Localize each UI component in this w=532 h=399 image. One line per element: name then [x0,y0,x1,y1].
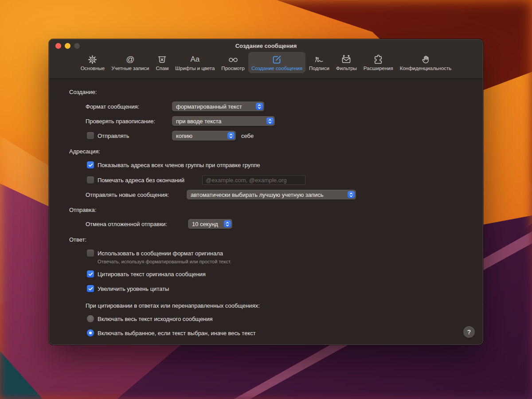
send-new-label: Отправлять новые сообщения: [86,192,169,198]
spellcheck-select[interactable]: при вводе текста [172,116,275,126]
include-selected-row: Включать выбранное, если текст выбран, и… [49,328,483,338]
use-format-note: Отвечать, используя форматированный или … [98,259,231,264]
junk-bin-icon [156,54,168,65]
tab-signatures[interactable]: Подписи [306,52,332,73]
show-group-checkbox[interactable] [87,161,94,168]
quoting-header-row: При цитировании в ответах или перенаправ… [49,301,483,310]
tab-label: Просмотр [221,66,245,71]
section-row: Создание: [49,87,483,97]
send-copy-select[interactable]: копию [172,131,236,141]
format-label: Формат сообщения: [86,103,139,110]
chevron-updown-icon [266,117,274,125]
tab-rules[interactable]: Фильтры [333,52,360,73]
mark-addresses-row: Помечать адреса без окончаний [49,175,483,185]
section-row: Ответ: [49,235,483,244]
quote-level-label: Увеличить уровень цитаты [98,286,169,292]
settings-toolbar: Основные @ Учетные записи Спам Aa Шрифты… [49,51,483,78]
popup-value: 10 секунд [192,221,221,227]
quote-level-checkbox[interactable] [87,285,94,292]
tab-viewing[interactable]: Просмотр [218,52,248,73]
puzzle-icon [372,54,384,65]
popup-value: форматированный текст [176,103,253,110]
undo-send-label: Отмена отложенной отправки: [86,221,167,227]
tab-label: Конфиденциальность [400,66,452,71]
spellcheck-row: Проверять правописание: при вводе текста [49,116,483,126]
chevron-updown-icon [227,132,235,139]
use-format-note-row: Отвечать, используя форматированный или … [49,259,483,266]
fonts-icon: Aa [190,54,200,65]
mark-addresses-input[interactable] [202,175,305,185]
use-format-label: Использовать в сообщении формат оригинал… [98,250,223,257]
include-full-row: Включать весь текст исходного сообщения [49,314,483,324]
mark-addresses-checkbox[interactable] [87,176,94,184]
send-copy-checkbox[interactable] [87,132,94,139]
section-row: Адресация: [49,146,483,156]
tab-label: Расширения [364,66,393,71]
tab-label: Создание сообщения [251,66,302,71]
send-new-select[interactable]: автоматически выбирать лучшую учетную за… [187,190,356,200]
settings-pane-composing: Создание: Формат сообщения: форматирован… [49,79,483,344]
window-title: Создание сообщения [49,39,483,52]
send-copy-suffix: себе [241,133,254,139]
mail-settings-window: Создание сообщения Основные [49,39,483,345]
at-icon: @ [126,54,134,65]
help-button[interactable]: ? [463,326,475,338]
chevron-updown-icon [256,103,263,110]
spellcheck-label: Проверять правописание: [86,118,155,125]
tab-composing[interactable]: Создание сообщения [248,52,305,73]
mark-addresses-label: Помечать адреса без окончаний [98,177,184,184]
tab-junk[interactable]: Спам [153,52,172,73]
hand-icon [420,54,431,65]
section-header-sending: Отправка: [69,207,96,213]
quote-label: Цитировать текст оригинала сообщения [98,271,206,278]
tab-label: Подписи [309,66,329,71]
show-group-row: Показывать адреса всех членов группы при… [49,160,483,170]
undo-send-select[interactable]: 10 секунд [188,219,232,229]
tab-label: Фильтры [336,66,357,71]
window-chrome: Создание сообщения Основные [49,39,483,79]
include-selected-label: Включать выбранное, если текст выбран, и… [98,330,256,336]
use-format-row: Использовать в сообщении формат оригинал… [49,248,483,258]
send-copy-row: Отправлять копию себе [49,131,483,141]
send-copy-label: Отправлять [98,133,129,139]
chevron-updown-icon [348,191,355,198]
tab-label: Основные [81,66,105,71]
quote-level-row: Увеличить уровень цитаты [49,284,483,293]
tab-general[interactable]: Основные [78,52,108,73]
compose-icon [271,54,282,65]
format-row: Формат сообщения: форматированный текст [49,102,483,111]
titlebar[interactable]: Создание сообщения [49,39,483,52]
include-full-radio[interactable] [87,315,94,322]
tab-label: Спам [156,66,168,71]
tab-label: Шрифты и цвета [175,66,215,71]
tab-privacy[interactable]: Конфиденциальность [397,52,455,73]
section-row: Отправка: [49,205,483,215]
glasses-icon [227,54,239,65]
help-label: ? [467,329,471,336]
show-group-label: Показывать адреса всех членов группы при… [98,162,260,168]
quote-row: Цитировать текст оригинала сообщения [49,269,483,279]
popup-value: копию [176,133,225,139]
tab-fonts-colors[interactable]: Aa Шрифты и цвета [172,52,218,73]
section-header-reply: Ответ: [69,236,86,243]
section-header-addressing: Адресация: [69,148,100,155]
popup-value: автоматически выбирать лучшую учетную за… [191,192,345,198]
section-header-compose: Создание: [69,89,97,95]
include-full-label: Включать весь текст исходного сообщения [98,316,213,322]
tab-label: Учетные записи [111,66,149,71]
quote-checkbox[interactable] [87,270,94,278]
send-new-row: Отправлять новые сообщения: автоматическ… [49,190,483,200]
undo-send-row: Отмена отложенной отправки: 10 секунд [49,219,483,229]
use-format-checkbox[interactable] [87,250,94,257]
chevron-updown-icon [224,220,231,227]
quoting-header: При цитировании в ответах или перенаправ… [86,302,260,309]
gear-icon [87,54,98,65]
include-selected-radio[interactable] [87,329,94,336]
signature-icon [313,54,325,65]
popup-value: при вводе текста [176,118,264,125]
tab-extensions[interactable]: Расширения [360,52,396,73]
envelope-rules-icon [340,54,352,65]
format-select[interactable]: форматированный текст [172,102,264,111]
tab-accounts[interactable]: @ Учетные записи [108,52,152,73]
